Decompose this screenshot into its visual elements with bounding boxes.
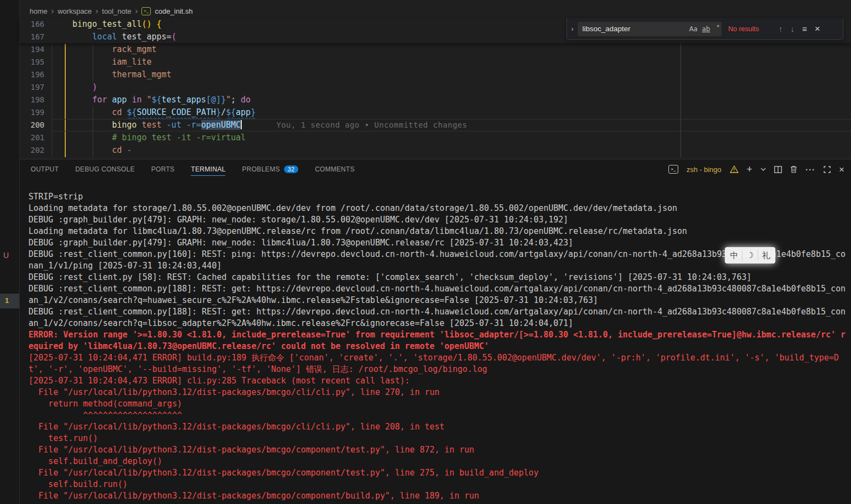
terminal-line: File "/usr/local/lib/python3.12/dist-pac… [29,421,851,433]
code-line-201[interactable]: 201 # bingo test -it -r=virtual [20,131,851,144]
terminal-line: DEBUG :rest_client.py [58]: REST: Cached… [29,272,851,283]
text-cursor [241,120,242,129]
ime-popup[interactable]: 中 ☽ 礼 [725,247,775,264]
terminal-line: File "/usr/local/lib/python3.12/dist-pac… [29,490,851,502]
code-text: # bingo test -it -r=virtual [44,131,246,144]
code-text: ) [44,81,97,94]
sidebar-badge: 1 [0,294,19,305]
line-number: 197 [20,81,44,94]
terminal-line: DEBUG :rest_client_common.py[188]: REST:… [29,306,851,318]
panel-header: OUTPUT DEBUG CONSOLE PORTS TERMINAL PROB… [20,159,851,179]
close-panel-button[interactable]: × [839,165,844,174]
chevron-right-icon: › [95,7,98,15]
terminal-line: File "/usr/local/lib/python3.12/dist-pac… [29,467,851,479]
ime-halfwidth-key[interactable]: ☽ [742,250,758,260]
terminal-line: STRIP=strip [29,191,851,203]
panel-tabs: OUTPUT DEBUG CONSOLE PORTS TERMINAL PROB… [20,163,355,176]
maximize-panel-button[interactable] [824,166,831,173]
terminal-line: [2025-07-31 10:24:04,473 ERROR] cli.py:2… [29,375,851,387]
split-terminal-button[interactable] [774,166,782,173]
code-text: local test_apps=( [44,31,177,43]
code-line-199[interactable]: 199 cd ${SOURCE_CODE_PATH}/${app} [20,106,851,119]
terminal-line: equired by 'libmc4lua/1.80.73@openUBMC.r… [29,341,851,352]
code-text: rack_mgmt [44,43,157,56]
panel-actions: >_ zsh - bingo + ··· × [668,159,844,179]
find-next-button[interactable]: ↓ [791,24,795,33]
find-query-text[interactable]: libsoc_adapter [578,25,687,33]
code-text: cd - [44,144,132,157]
match-case-icon[interactable]: Aa [687,25,700,33]
terminal-icon: >_ [668,165,678,174]
sidebar-selected-row[interactable]: 1 [0,294,19,308]
code-line-200[interactable]: 200 bingo test -ut -r=openUBMCYou, 1 sec… [20,119,851,131]
code-text: cd ${SOURCE_CODE_PATH}/${app} [44,106,256,119]
line-number: 201 [20,131,44,144]
new-terminal-button[interactable]: + [747,164,753,174]
code-line-197[interactable]: 197 ) [20,81,851,94]
code-line-196[interactable]: 196 thermal_mgmt [20,68,851,81]
code-text: for app in "${test_apps[@]}"; do [44,94,251,106]
git-blame-annotation: You, 1 second ago • Uncommitted changes [276,119,467,131]
terminal-line: self.build_and_deploy() [29,456,851,467]
chevron-right-icon: › [135,7,138,15]
terminal-line: File "/usr/local/lib/python3.12/dist-pac… [29,444,851,456]
code-line-198[interactable]: 198 for app in "${test_apps[@]}"; do [20,94,851,106]
code-text: iam_lite [44,56,152,68]
line-number: 196 [20,68,44,81]
toggle-replace-chevron-icon[interactable]: › [567,25,578,33]
warning-icon [730,165,739,173]
whole-word-icon[interactable]: ab [700,25,712,33]
terminal-line: an_1/v2/conans/search?q=libsoc_adapter%2… [29,318,851,329]
terminal-line: [2025-07-31 10:24:04,471 ERROR] build.py… [29,352,851,364]
editor-area: home › workspace › tool_note › >_ code_i… [20,0,851,159]
find-status: No results [728,25,771,33]
terminal-line: return method(command_args) [29,398,851,410]
line-number: 200 [20,119,44,131]
breadcrumb[interactable]: home › workspace › tool_note › >_ code_i… [30,4,193,18]
kill-terminal-button[interactable] [790,165,797,173]
tab-problems[interactable]: PROBLEMS 32 [242,163,298,176]
find-widget: › libsoc_adapter Aa ab * No results ↑ ↓ … [566,18,843,40]
code-line-195[interactable]: 195 iam_lite [20,56,851,68]
line-number: 202 [20,144,44,157]
line-number: 194 [20,43,44,56]
line-number: 166 [20,18,44,31]
terminal-line: t', '-r', 'openUBMC', '--build=missing',… [29,364,851,375]
breadcrumb-item-file[interactable]: code_init.sh [155,7,192,15]
ime-lang-key[interactable]: 中 [727,250,742,261]
breadcrumb-item-home[interactable]: home [30,7,48,15]
vscode-window: U 1 home › workspace › tool_note › >_ co… [0,0,851,504]
line-number: 199 [20,106,44,119]
tab-output[interactable]: OUTPUT [31,163,59,176]
find-previous-button[interactable]: ↑ [779,24,783,33]
git-status-letter: U [3,251,9,260]
terminal-line: ^^^^^^^^^^^^^^^^^^^^ [29,410,851,421]
find-input[interactable]: libsoc_adapter Aa ab * [578,22,722,36]
tab-debug-console[interactable]: DEBUG CONSOLE [75,163,135,176]
tab-terminal[interactable]: TERMINAL [191,163,225,176]
close-find-button[interactable]: × [815,24,820,35]
find-in-selection-button[interactable]: ≡ [802,24,807,33]
terminal-instance-label[interactable]: zsh - bingo [687,165,722,174]
breadcrumb-item-tool-note[interactable]: tool_note [102,7,132,15]
tab-comments[interactable]: COMMENTS [315,163,354,176]
chevron-down-icon[interactable] [761,168,766,171]
terminal-output[interactable]: STRIP=stripLoading metadata for storage/… [20,191,851,504]
line-number: 198 [20,94,44,106]
code-text: thermal_mgmt [44,68,172,81]
tab-ports[interactable]: PORTS [151,163,175,176]
sidebar-sliver[interactable]: U 1 [0,0,20,504]
regex-icon[interactable]: * [712,24,722,33]
problems-count-badge: 32 [284,165,299,173]
ime-charset-key[interactable]: 礼 [758,250,774,261]
code-line-194[interactable]: 194 rack_mgmt [20,43,851,56]
terminal-line: an_1/v2/conans/search?q=huawei_secure_c%… [29,295,851,306]
code-text: bingo_test_all() { [44,18,162,31]
code-line-202[interactable]: 202 cd - [20,144,851,157]
terminal-line: Loading metadata for libmc4lua/1.80.73@o… [29,226,851,237]
bottom-panel: OUTPUT DEBUG CONSOLE PORTS TERMINAL PROB… [20,159,851,504]
breadcrumb-item-workspace[interactable]: workspace [58,7,92,15]
more-actions-button[interactable]: ··· [805,165,815,174]
line-number: 167 [20,31,44,43]
terminal-line: DEBUG :graph_builder.py[479]: GRAPH: new… [29,214,851,226]
